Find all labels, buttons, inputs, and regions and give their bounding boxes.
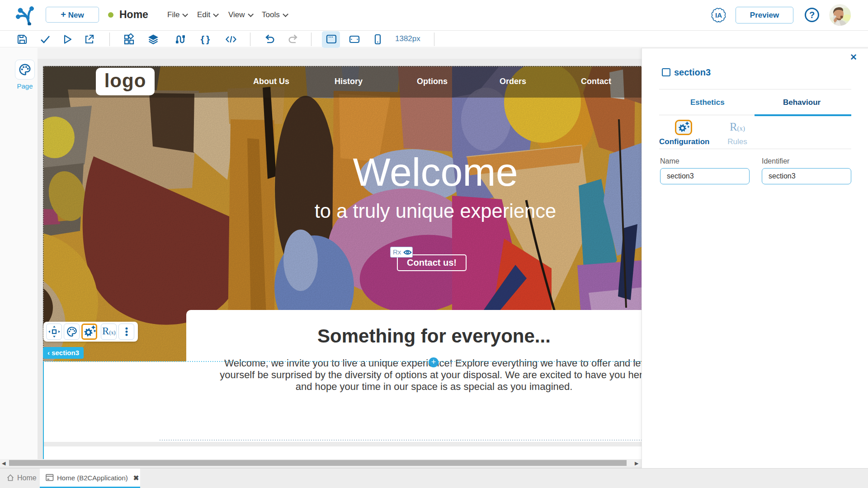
svg-text:(x): (x): [109, 329, 116, 336]
svg-text:R: R: [102, 325, 109, 337]
svg-text:{ }: { }: [201, 34, 210, 44]
svg-text:IA: IA: [715, 11, 722, 19]
